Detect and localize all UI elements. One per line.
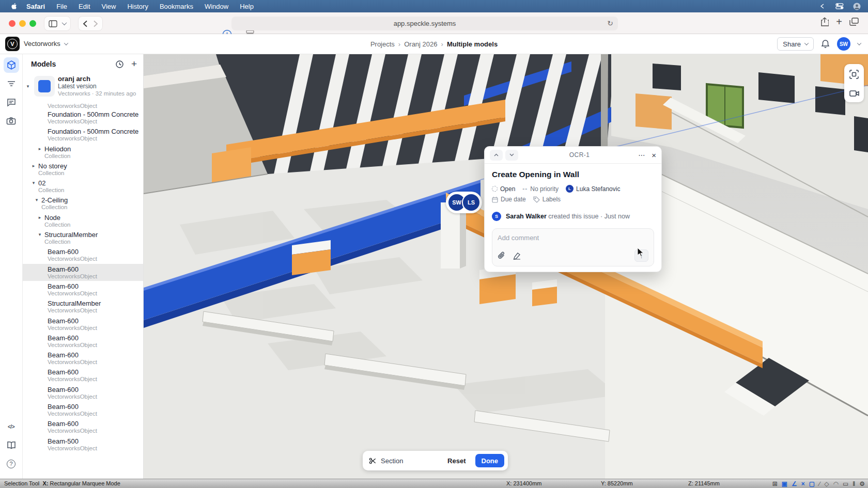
sidebar-toggle-icon[interactable] [49,20,57,27]
rail-help-button[interactable]: ? [4,456,19,471]
model-collapse-caret[interactable]: ▾ [25,84,31,89]
snap-icon[interactable]: ◇ [824,481,829,487]
snap-icon[interactable]: ‖ [853,481,855,487]
tree-item[interactable]: ▸ Node Collection [23,212,143,229]
tree-item[interactable]: Beam-600 VectorworksObject [23,264,143,281]
reset-button[interactable]: Reset [442,457,471,465]
notifications-bell-icon[interactable] [821,39,830,49]
tree-expand-arrow[interactable]: ▸ [37,215,42,220]
done-button[interactable]: Done [475,454,505,467]
snap-icon[interactable]: × [801,481,805,487]
rail-filters-button[interactable] [4,76,19,91]
new-tab-button[interactable]: + [836,17,842,27]
tree-item[interactable]: Beam-600 VectorworksObject [23,281,143,298]
fit-view-icon[interactable] [849,70,859,79]
rail-models-button[interactable] [4,57,19,73]
tree-expand-arrow[interactable]: ▾ [37,232,42,237]
tree-item[interactable]: Beam-600 VectorworksObject [23,316,143,333]
rail-developer-button[interactable]: </> [4,419,19,434]
viewport-collaborator-avatars[interactable]: SW LS [446,192,482,213]
menu-item[interactable]: View [96,3,122,10]
breadcrumb-projects[interactable]: Projects [370,40,395,48]
screen-mirroring-icon[interactable] [819,3,826,9]
next-issue-button[interactable] [505,150,518,161]
tree-expand-arrow[interactable]: ▸ [37,146,42,151]
apple-menu-icon[interactable] [7,3,21,10]
tree-item[interactable]: ▸ No storey Collection [23,161,143,178]
attach-file-icon[interactable] [498,251,505,260]
menu-item[interactable]: Bookmarks [154,3,199,10]
menu-item[interactable]: Edit [73,3,96,10]
issue-more-button[interactable]: ⋯ [638,151,645,159]
issue-labels-button[interactable]: Labels [533,196,561,203]
tree-item[interactable]: ▸ Heliodon Collection [23,144,143,161]
draw-annotation-icon[interactable] [513,252,521,260]
menu-item[interactable]: History [121,3,153,10]
menu-item[interactable]: Window [199,3,234,10]
issue-due-date-button[interactable]: Due date [492,196,526,203]
address-bar[interactable]: app.speckle.systems ↻ [231,17,618,30]
share-button[interactable]: Share [777,37,814,51]
snap-icon[interactable]: ▢ [809,481,815,487]
forward-button[interactable] [93,20,98,27]
issue-close-button[interactable]: × [652,151,656,160]
control-center-icon[interactable] [835,3,844,9]
issue-priority-button[interactable]: -- No priority [522,185,559,193]
tree-item[interactable]: ▾ 02 Collection [23,178,143,195]
snap-icon[interactable]: ⚙ [859,481,865,487]
tree-item[interactable]: Beam-600 VectorworksObject [23,384,143,401]
tree-item[interactable]: Beam-600 VectorworksObject [23,246,143,263]
snap-icon[interactable]: ⊞ [772,481,778,487]
tree-item[interactable]: Foundation - 500mm Concrete VectorworksO… [23,126,143,143]
breadcrumb-project-name[interactable]: Oranj 2026 [404,40,437,48]
camera-views-icon[interactable] [849,90,859,97]
version-history-icon[interactable] [115,60,124,69]
window-zoom-button[interactable] [29,20,36,27]
issue-assignee-button[interactable]: L Luka Stefanovic [566,185,620,193]
snap-icon[interactable]: ∕ [819,481,820,487]
rail-views-button[interactable] [4,113,19,129]
user-account-icon[interactable] [853,3,861,10]
issue-status-button[interactable]: Open [492,185,515,193]
comment-input[interactable]: Add comment [498,234,648,249]
reload-icon[interactable]: ↻ [607,19,613,27]
tree-item[interactable]: VectorworksObject [23,101,143,109]
tree-item[interactable]: Beam-600 VectorworksObject [23,367,143,384]
tree-expand-arrow[interactable]: ▸ [31,163,36,168]
tree-item[interactable]: Beam-600 VectorworksObject [23,333,143,350]
tree-item[interactable]: ▾ StructuralMember Collection [23,229,143,246]
add-model-button[interactable]: + [131,60,137,68]
window-close-button[interactable] [9,20,16,27]
menu-item[interactable]: Help [234,3,259,10]
collaborator-avatar[interactable]: LS [462,193,481,212]
prev-issue-button[interactable] [490,150,503,161]
menu-item[interactable]: File [51,3,73,10]
user-avatar[interactable]: SW [837,37,850,51]
tree-item-type: VectorworksObject [48,325,143,332]
snap-icon[interactable]: ◠ [833,481,838,487]
tree-expand-arrow[interactable]: ▾ [34,197,39,202]
snap-icon[interactable]: ▣ [782,481,787,487]
menu-item[interactable]: Safari [21,3,51,10]
tree-expand-arrow[interactable]: ▾ [31,180,36,185]
comment-box[interactable]: Add comment ↑ [492,228,654,266]
model-card[interactable]: ▾ oranj arch Latest version Vectorworks … [23,71,143,101]
snap-icon[interactable]: ∠ [792,481,797,487]
tree-item[interactable]: StructuralMember VectorworksObject [23,298,143,315]
share-icon[interactable] [820,17,829,27]
rail-comments-button[interactable] [4,95,19,110]
tab-overview-icon[interactable] [849,18,859,26]
tree-item[interactable]: Beam-600 VectorworksObject [23,401,143,418]
tree-item[interactable]: Foundation - 500mm Concrete VectorworksO… [23,109,143,126]
tree-item[interactable]: Beam-600 VectorworksObject [23,350,143,367]
tree-item[interactable]: Beam-500 VectorworksObject [23,436,143,453]
tree-item[interactable]: Beam-600 VectorworksObject [23,418,143,435]
back-button[interactable] [83,20,88,27]
tree-item[interactable]: ▾ 2-Ceiling Collection [23,195,143,212]
mode-key: X: [42,480,48,486]
snap-icon[interactable]: ▭ [843,481,848,487]
sidebar-menu-chevron[interactable] [62,20,67,25]
window-minimize-button[interactable] [19,20,26,27]
rail-docs-button[interactable] [4,437,19,453]
user-menu-chevron-icon[interactable] [857,41,861,45]
